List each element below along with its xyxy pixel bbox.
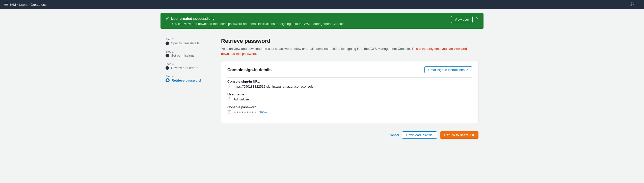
return-to-users-button[interactable]: Return to users list — [440, 131, 478, 139]
success-banner: ✔ User created successfully You can view… — [160, 13, 484, 29]
password-label: Console password — [227, 105, 472, 109]
divider1 — [227, 77, 472, 78]
step3-label: Step 3 — [166, 62, 216, 65]
breadcrumb: IAM › Users › Create user — [10, 3, 48, 7]
banner-content: ✔ User created successfully You can view… — [166, 16, 446, 26]
step2-dot — [166, 54, 169, 57]
close-banner-button[interactable]: × — [476, 16, 478, 21]
step-2: Step 2 Set permissions — [166, 50, 216, 57]
url-field: Console sign-in URL 📋 https://5901838225… — [227, 80, 472, 88]
sep1: › — [17, 3, 18, 6]
step4-name: Retrieve password — [166, 78, 216, 82]
user-icon[interactable]: ⚬ — [637, 2, 640, 7]
url-label: Console sign-in URL — [227, 80, 472, 83]
username-label: User name — [227, 92, 472, 96]
external-link-icon: ↗ — [466, 68, 468, 71]
download-csv-button[interactable]: Download .csv file — [402, 131, 437, 139]
step1-dot — [166, 42, 169, 45]
users-link[interactable]: Users — [19, 3, 28, 7]
step2-label: Step 2 — [166, 50, 216, 53]
card-header: Console sign-in details Email sign-in in… — [227, 66, 472, 73]
step-3: Step 3 Review and create — [166, 62, 216, 70]
step4-label: Step 4 — [166, 75, 216, 78]
info-icon[interactable]: ⓘ — [630, 2, 634, 7]
username-field: User name 📋 AdminUser — [227, 92, 472, 101]
main-wrapper: Step 1 Specify user details Step 2 Set p… — [160, 33, 484, 149]
email-sign-in-button[interactable]: Email sign-in instructions ↗ — [424, 66, 472, 73]
iam-link[interactable]: IAM — [10, 3, 16, 7]
step4-dot — [166, 78, 170, 82]
step2-name: Set permissions — [166, 54, 216, 57]
step-1: Step 1 Specify user details — [166, 38, 216, 45]
nav-right: ⓘ ⚬ — [630, 2, 640, 7]
step-4: Step 4 Retrieve password — [166, 75, 216, 82]
page-title: Retrieve password — [221, 38, 478, 44]
username-copy-icon[interactable]: 📋 — [227, 97, 232, 101]
content-area: Retrieve password You can view and downl… — [221, 33, 478, 139]
password-dots: •••••••••••••• — [234, 110, 257, 114]
step3-dot — [166, 66, 169, 70]
action-bar: Cancel Download .csv file Return to user… — [221, 129, 478, 139]
password-field: Console password 📋 •••••••••••••• Show — [227, 105, 472, 114]
sep2: › — [29, 3, 30, 6]
password-copy-icon[interactable]: 📋 — [227, 110, 232, 114]
banner-message: You can view and download the user's pas… — [166, 22, 446, 26]
card-title: Console sign-in details — [227, 68, 272, 72]
step1-label: Step 1 — [166, 38, 216, 41]
breadcrumb-current: Create user — [31, 3, 48, 7]
page-description: You can view and download the user's pas… — [221, 46, 478, 56]
view-user-button[interactable]: View user — [451, 16, 473, 23]
password-value: 📋 •••••••••••••• Show — [227, 110, 472, 114]
check-icon: ✔ — [166, 16, 169, 21]
stepper: Step 1 Specify user details Step 2 Set p… — [166, 33, 221, 139]
username-value: 📋 AdminUser — [227, 97, 472, 101]
cancel-button[interactable]: Cancel — [389, 133, 399, 137]
sign-in-details-card: Console sign-in details Email sign-in in… — [221, 61, 478, 123]
top-nav: ☰ IAM › Users › Create user ⓘ ⚬ — [0, 0, 644, 9]
banner-title: ✔ User created successfully — [166, 16, 446, 21]
url-copy-icon[interactable]: 📋 — [227, 84, 232, 88]
show-password-link[interactable]: Show — [259, 110, 267, 114]
step3-name: Review and create — [166, 66, 216, 70]
url-value: 📋 https://590183822512.signin.aws.amazon… — [227, 84, 472, 88]
step1-name: Specify user details — [166, 41, 216, 45]
hamburger-icon[interactable]: ☰ — [4, 2, 8, 7]
